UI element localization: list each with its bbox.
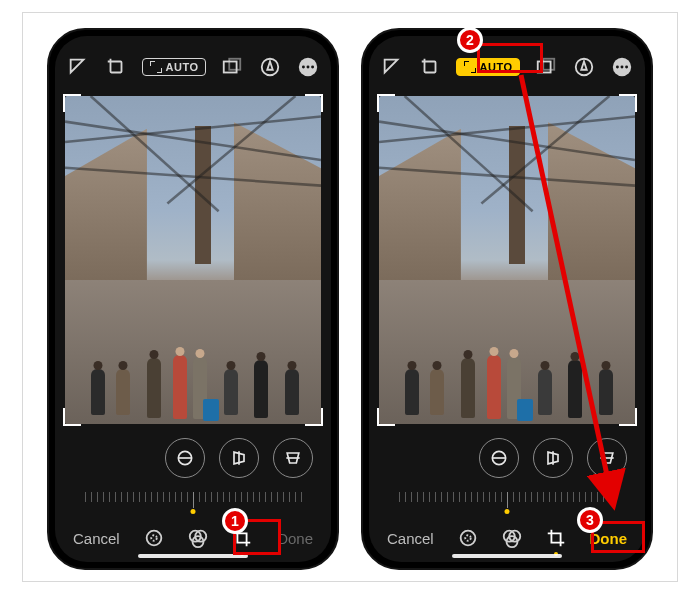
crop-handle-tl[interactable] xyxy=(63,94,81,112)
straighten-button[interactable] xyxy=(479,438,519,478)
svg-rect-0 xyxy=(111,62,122,73)
svg-point-39 xyxy=(460,531,475,546)
flip-vertical-icon[interactable] xyxy=(67,56,89,78)
svg-point-6 xyxy=(307,66,310,69)
photo-preview xyxy=(379,96,635,424)
markup-icon[interactable] xyxy=(259,56,281,78)
slider-indicator-dot xyxy=(191,509,196,514)
svg-point-17 xyxy=(147,531,162,546)
aspect-ratio-icon[interactable] xyxy=(221,56,243,78)
svg-line-33 xyxy=(405,96,533,211)
crop-handle-tr[interactable] xyxy=(305,94,323,112)
svg-line-34 xyxy=(481,96,609,204)
done-button[interactable]: Done xyxy=(589,530,627,547)
photo-crop-area[interactable] xyxy=(379,96,635,424)
screen-left: AUTO xyxy=(55,36,331,562)
cancel-button[interactable]: Cancel xyxy=(387,530,434,547)
phone-frame-left: AUTO xyxy=(47,28,339,570)
angle-slider[interactable] xyxy=(369,486,645,514)
cancel-button[interactable]: Cancel xyxy=(73,530,120,547)
phone-frame-right: AUTO xyxy=(361,28,653,570)
adjust-row xyxy=(55,430,331,486)
photo-crop-area[interactable] xyxy=(65,96,321,424)
svg-line-30 xyxy=(379,122,635,160)
slider-indicator-dot xyxy=(505,509,510,514)
crop-handle-br[interactable] xyxy=(619,408,637,426)
markup-icon[interactable] xyxy=(573,56,595,78)
aspect-ratio-icon[interactable] xyxy=(535,56,557,78)
top-toolbar: AUTO xyxy=(55,36,331,88)
rotate-icon[interactable] xyxy=(419,56,441,78)
crop-handle-tr[interactable] xyxy=(619,94,637,112)
svg-rect-2 xyxy=(229,59,240,70)
svg-point-5 xyxy=(302,66,305,69)
svg-line-8 xyxy=(65,122,321,160)
adjust-row xyxy=(369,430,645,486)
perspective-h-button[interactable] xyxy=(219,438,259,478)
home-indicator xyxy=(452,554,562,558)
svg-point-7 xyxy=(311,66,314,69)
crop-handle-tl[interactable] xyxy=(377,94,395,112)
rotate-icon[interactable] xyxy=(105,56,127,78)
perspective-h-button[interactable] xyxy=(533,438,573,478)
done-button[interactable]: Done xyxy=(277,530,313,547)
crop-tab-icon[interactable] xyxy=(231,527,253,549)
auto-label: AUTO xyxy=(166,61,199,73)
more-icon[interactable] xyxy=(611,56,633,78)
auto-button[interactable]: AUTO xyxy=(142,58,207,76)
filters-tab-icon[interactable] xyxy=(501,527,523,549)
crop-handle-bl[interactable] xyxy=(63,408,81,426)
svg-rect-24 xyxy=(543,59,554,70)
straighten-button[interactable] xyxy=(165,438,205,478)
adjust-tab-icon[interactable] xyxy=(143,527,165,549)
crop-tab-icon[interactable] xyxy=(545,527,567,549)
auto-bracket-icon xyxy=(150,61,162,73)
home-indicator xyxy=(138,554,248,558)
perspective-v-button[interactable] xyxy=(273,438,313,478)
angle-slider[interactable] xyxy=(55,486,331,514)
svg-rect-22 xyxy=(425,62,436,73)
svg-point-27 xyxy=(616,66,619,69)
svg-point-28 xyxy=(621,66,624,69)
screen-right: AUTO xyxy=(369,36,645,562)
svg-point-18 xyxy=(152,535,158,541)
flip-vertical-icon[interactable] xyxy=(381,56,403,78)
filters-tab-icon[interactable] xyxy=(187,527,209,549)
more-icon[interactable] xyxy=(297,56,319,78)
svg-line-12 xyxy=(167,96,295,204)
svg-line-9 xyxy=(65,116,321,142)
crop-handle-br[interactable] xyxy=(305,408,323,426)
perspective-v-button[interactable] xyxy=(587,438,627,478)
crop-handle-bl[interactable] xyxy=(377,408,395,426)
svg-line-31 xyxy=(379,116,635,142)
adjust-tab-icon[interactable] xyxy=(457,527,479,549)
svg-line-11 xyxy=(91,96,219,211)
photo-preview xyxy=(65,96,321,424)
svg-point-29 xyxy=(625,66,628,69)
auto-button[interactable]: AUTO xyxy=(456,58,521,76)
svg-point-40 xyxy=(465,535,471,541)
auto-label: AUTO xyxy=(480,61,513,73)
top-toolbar: AUTO xyxy=(369,36,645,88)
auto-bracket-icon xyxy=(464,61,476,73)
